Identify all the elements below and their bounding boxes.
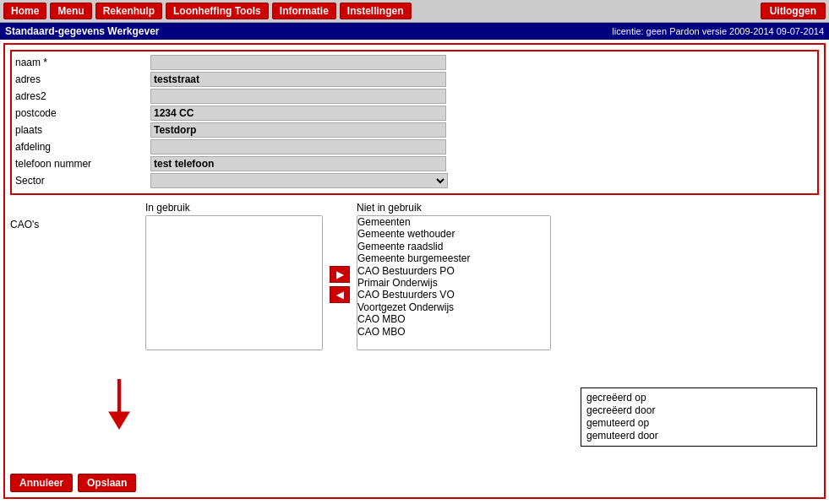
sector-row: Sector Sector 1 Sector 2 <box>15 173 814 188</box>
remove-cao-button[interactable]: ◀ <box>330 286 350 303</box>
top-navigation: Home Menu Rekenhulp Loonheffing Tools In… <box>0 0 829 23</box>
cao-lists-container: In gebruik ▶ ◀ Niet in gebruik Gemeenten… <box>145 202 551 350</box>
plaats-label: plaats <box>15 124 150 136</box>
bottom-buttons: Annuleer Opslaan <box>10 474 136 492</box>
rekenhulp-button[interactable]: Rekenhulp <box>95 3 162 19</box>
menu-button[interactable]: Menu <box>50 3 91 19</box>
annuleer-button[interactable]: Annuleer <box>10 474 73 492</box>
gemuteerd-op-row: gemuteerd op <box>586 417 811 429</box>
telefoon-label: telefoon nummer <box>15 158 150 170</box>
in-gebruik-group: In gebruik <box>145 202 323 350</box>
arrow-indicator <box>106 379 132 430</box>
postcode-input[interactable] <box>150 106 446 121</box>
plaats-row: plaats <box>15 122 814 138</box>
instellingen-button[interactable]: Instellingen <box>340 3 412 19</box>
arrow-buttons: ▶ ◀ <box>330 266 350 303</box>
plaats-input[interactable] <box>150 122 446 138</box>
uitloggen-button[interactable]: Uitloggen <box>761 3 826 19</box>
in-gebruik-label: In gebruik <box>145 202 323 214</box>
afdeling-row: afdeling <box>15 139 814 154</box>
add-cao-button[interactable]: ▶ <box>330 266 350 283</box>
adres-row: adres <box>15 72 814 87</box>
form-section: naam * adres adres2 postcode plaats afde… <box>10 50 819 195</box>
loonheffing-tools-button[interactable]: Loonheffing Tools <box>166 3 269 19</box>
niet-in-gebruik-group: Niet in gebruik Gemeenten Gemeente wetho… <box>357 202 551 350</box>
niet-in-gebruik-label: Niet in gebruik <box>357 202 551 214</box>
adres-label: adres <box>15 73 150 85</box>
telefoon-row: telefoon nummer <box>15 156 814 171</box>
header-info: licentie: geen Pardon versie 2009-2014 0… <box>612 26 824 36</box>
svg-marker-1 <box>108 412 130 430</box>
info-box: gecreëerd op gecreëerd door gemuteerd op… <box>581 387 817 447</box>
cao-section: CAO's In gebruik ▶ ◀ Niet in gebruik Gem… <box>10 202 819 350</box>
page-title: Standaard-gegevens Werkgever <box>5 25 160 37</box>
adres-input[interactable] <box>150 72 446 87</box>
main-content: naam * adres adres2 postcode plaats afde… <box>3 43 826 499</box>
gecreeerd-door-row: gecreëerd door <box>586 404 811 416</box>
gemuteerd-door-row: gemuteerd door <box>586 430 811 442</box>
sector-label: Sector <box>15 175 150 187</box>
informatie-button[interactable]: Informatie <box>272 3 336 19</box>
afdeling-input[interactable] <box>150 139 446 154</box>
header-bar: Standaard-gegevens Werkgever licentie: g… <box>0 23 829 40</box>
naam-input[interactable] <box>150 55 446 70</box>
telefoon-input[interactable] <box>150 156 446 171</box>
sector-select[interactable]: Sector 1 Sector 2 <box>150 173 448 188</box>
adres2-input[interactable] <box>150 89 446 104</box>
adres2-label: adres2 <box>15 90 150 102</box>
postcode-label: postcode <box>15 107 150 119</box>
postcode-row: postcode <box>15 106 814 121</box>
niet-in-gebruik-list[interactable]: Gemeenten Gemeente wethouder Gemeente ra… <box>357 215 551 350</box>
afdeling-label: afdeling <box>15 141 150 153</box>
arrow-down-icon <box>106 379 132 430</box>
in-gebruik-list[interactable] <box>145 215 323 350</box>
naam-label: naam * <box>15 57 150 68</box>
naam-row: naam * <box>15 55 814 70</box>
home-button[interactable]: Home <box>3 3 46 19</box>
opslaan-button[interactable]: Opslaan <box>78 474 136 492</box>
adres2-row: adres2 <box>15 89 814 104</box>
cao-label: CAO's <box>10 219 145 230</box>
gecreeerd-op-row: gecreëerd op <box>586 392 811 404</box>
